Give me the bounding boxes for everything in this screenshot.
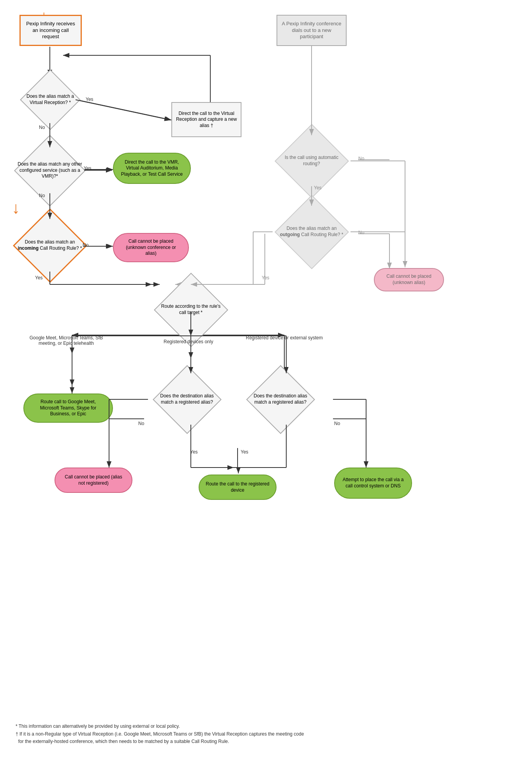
label-registered-only: Registered devices only	[164, 339, 213, 344]
box-outgoing-call: A Pexip Infinity conference dials out to…	[277, 15, 347, 46]
svg-line-63	[76, 100, 171, 120]
label-yes-alias2: Yes	[241, 449, 248, 455]
footnote-3: for the externally-hosted conference, wh…	[16, 738, 516, 745]
label-yes-service: Yes	[84, 166, 92, 171]
label-yes-automatic: Yes	[314, 185, 322, 191]
diamond-other-service: Does the alias match any other configure…	[11, 148, 89, 193]
oval-cannot-not-registered: Call cannot be placed (alias not registe…	[55, 468, 132, 493]
oval-route-google: Route call to Google Meet, Microsoft Tea…	[23, 393, 113, 423]
label-yes-vr: Yes	[86, 97, 93, 102]
oval-vmr: Direct the call to the VMR, Virtual Audi…	[113, 153, 191, 184]
label-yes-incoming: Yes	[35, 275, 43, 281]
label-no-alias2: No	[334, 421, 340, 426]
label-no-alias1: No	[138, 421, 144, 426]
box-incoming-call: Pexip Infinity receives an incoming call…	[19, 15, 82, 46]
oval-attempt-external: Attempt to place the call via a call con…	[334, 468, 412, 499]
oval-cannot-incoming: Call cannot be placed (unknown conferenc…	[113, 233, 189, 262]
diamond-dest-alias1: Does the destination alias match a regis…	[148, 374, 226, 425]
diamond-route-target: Route according to the rule's call targe…	[152, 284, 230, 335]
label-yes-outgoing: Yes	[262, 275, 270, 281]
diagram-container: ↓ Pexip Infinity receives an incoming ca…	[0, 0, 532, 757]
label-google-branch: Google Meet, Microsoft Teams, SfB meetin…	[23, 335, 109, 346]
footer-notes: * This information can alternatively be …	[16, 723, 516, 745]
box-direct-virtual: Direct the call to the Virtual Reception…	[171, 102, 241, 137]
orange-arrow-mid: ↓	[12, 199, 20, 217]
footnote-2: † If it is a non-Regular type of Virtual…	[16, 731, 516, 738]
oval-route-registered: Route the call to the registered device	[199, 475, 277, 500]
diamond-incoming-rule: Does the alias match an incoming Call Ro…	[11, 220, 89, 271]
footnote-1: * This information can alternatively be …	[16, 723, 516, 730]
diamond-outgoing-rule: Does the alias match an outgoing Call Ro…	[273, 206, 351, 257]
diamond-virtual-reception: Does the alias match a Virtual Reception…	[19, 76, 82, 123]
label-registered-external: Registered device or external system	[241, 335, 327, 341]
diamond-automatic: Is the call using automatic routing?	[273, 136, 351, 186]
label-no-vr: No	[39, 125, 45, 130]
label-no-outgoing: No	[358, 230, 364, 235]
diamond-dest-alias2: Does the destination alias match a regis…	[241, 374, 319, 425]
svg-line-5	[76, 100, 171, 120]
label-no-service: No	[39, 193, 45, 198]
label-no-automatic: No	[358, 156, 364, 161]
label-yes-alias1: Yes	[190, 449, 198, 455]
oval-cannot-unknown: Call cannot be placed (unknown alias)	[374, 268, 444, 291]
